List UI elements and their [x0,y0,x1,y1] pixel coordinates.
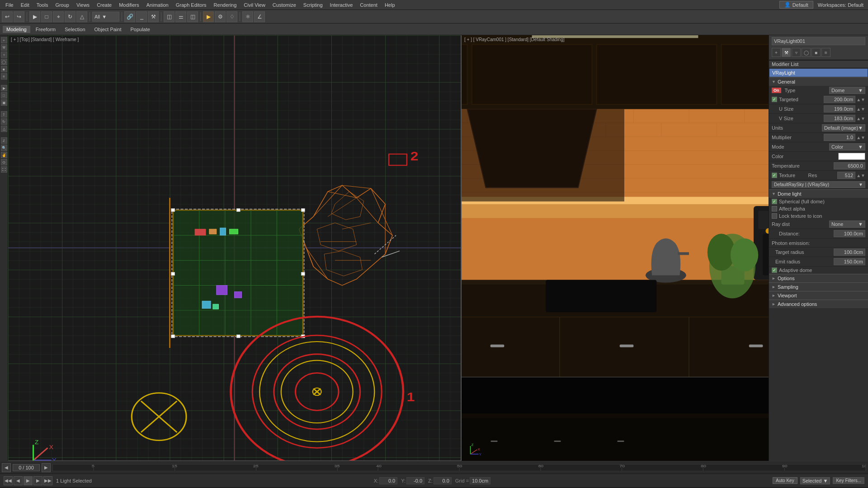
display-tool[interactable]: ■ [1,66,7,72]
unlink-tool[interactable]: ⎯ [136,11,147,22]
sign-in-button[interactable]: 👤 Default [779,1,813,9]
named-selection-dropdown[interactable]: All ▼ [92,12,119,22]
props-tab-create[interactable]: + [772,48,781,57]
timeline-frame-input[interactable]: 0 / 100 [13,464,40,471]
texture-res-value[interactable]: 512 [837,172,855,179]
zoom-extents[interactable]: Z [1,137,7,144]
props-tab-motion[interactable]: ◯ [802,48,811,57]
section-advanced[interactable]: ► Advanced options [769,300,868,308]
sky-texture-dropdown[interactable]: DefaultRaySky | (VRaySky) ▼ [772,181,865,188]
zoom-region[interactable]: 🔍 [1,145,7,151]
z-value[interactable]: 0.0 [434,477,452,484]
section-sampling[interactable]: ► Sampling [769,282,868,291]
select-filter[interactable]: ▶ [1,85,7,91]
align-tool[interactable]: ⚌ [175,11,186,22]
affect-alpha-checkbox[interactable] [772,206,777,211]
x-value[interactable]: 0.0 [379,477,397,484]
menu-civil-view[interactable]: Civil View [240,1,269,9]
selected-dropdown[interactable]: Selected ▼ [800,477,830,484]
tab-selection[interactable]: Selection [61,26,89,33]
section-viewport[interactable]: ► Viewport [769,291,868,300]
u-size-arrows[interactable]: ▲▼ [856,107,865,112]
hierarchy-tool[interactable]: ▿ [1,52,7,58]
undo-button[interactable]: ↩ [2,11,13,22]
array-tool[interactable]: ◫ [187,11,198,22]
rotate-left[interactable]: ↻ [1,118,7,125]
select-region[interactable]: □ [41,11,52,22]
targeted-checkbox[interactable]: ✓ [772,97,777,102]
snap-toggle[interactable]: ⚛ [242,11,253,22]
object-name-input[interactable] [772,37,865,45]
scale-left[interactable]: △ [1,126,7,132]
on-badge[interactable]: On [772,88,781,93]
maximize-view[interactable]: ⛶ [1,166,7,173]
units-dropdown[interactable]: Default (image) ▼ [822,124,865,131]
y-value[interactable]: -0.0 [406,477,425,484]
section-general[interactable]: ▼ General [769,77,868,86]
tab-object-paint[interactable]: Object Paint [91,26,125,33]
targeted-arrows[interactable]: ▲▼ [856,97,865,102]
menu-group[interactable]: Group [52,1,73,9]
tab-modeling[interactable]: Modeling [3,26,30,33]
menu-graph-editors[interactable]: Graph Editors [172,1,210,9]
menu-interactive[interactable]: Interactive [326,1,357,9]
prev-frame-btn[interactable]: ◀ [14,476,23,485]
adaptive-dome-checkbox[interactable]: ✓ [772,267,777,273]
window-select[interactable]: □ [1,92,7,99]
menu-modifiers[interactable]: Modifiers [115,1,143,9]
timeline-track[interactable]: 5 15 25 35 40 50 60 70 80 90 100 [52,464,866,471]
modifier-vraylight[interactable]: VRayLight [769,69,868,77]
lock-texture-checkbox[interactable] [772,213,777,219]
targeted-value[interactable]: 200.0cm [824,96,855,103]
menu-file[interactable]: File [2,1,17,9]
texture-arrows[interactable]: ▲▼ [856,173,865,178]
props-tab-display[interactable]: ■ [811,48,821,57]
play-next-btn[interactable]: ▶▶ [43,476,52,485]
create-tool[interactable]: + [1,37,7,43]
move-left[interactable]: ⇧ [1,111,7,117]
auto-key-btn[interactable]: Auto Key [773,477,797,484]
link-tool[interactable]: 🔗 [124,11,135,22]
multiplier-arrows[interactable]: ▲▼ [856,135,865,140]
timeline-next[interactable]: ▶ [42,463,51,472]
distance-value[interactable]: 100.0cm [834,230,865,237]
render-button[interactable]: ▶ [203,11,214,22]
v-size-arrows[interactable]: ▲▼ [856,116,865,121]
v-size-value[interactable]: 183.0cm [824,115,855,122]
play-prev-btn[interactable]: ◀◀ [4,476,13,485]
modify-tool[interactable]: ⚒ [1,44,7,51]
crossing-select[interactable]: ▣ [1,99,7,106]
utilities-tool[interactable]: ≡ [1,73,7,80]
redo-button[interactable]: ↪ [14,11,24,22]
section-dome-light[interactable]: ▼ Dome light [769,189,868,198]
multiplier-value[interactable]: 1.0 [824,134,855,141]
menu-animation[interactable]: Animation [143,1,172,9]
spherical-checkbox[interactable]: ✓ [772,199,777,204]
menu-scripting[interactable]: Scripting [300,1,326,9]
type-dropdown[interactable]: Dome ▼ [829,87,865,94]
target-radius-value[interactable]: 100.0cm [834,249,865,256]
play-btn[interactable]: ▶ [24,476,33,485]
props-scroll[interactable]: Modifier List VRayLight ▼ General On Typ… [769,60,868,461]
key-filters-btn[interactable]: Key Filters... [833,477,864,484]
angle-snap[interactable]: ∠ [254,11,265,22]
motion-tool[interactable]: ◯ [1,59,7,65]
menu-views[interactable]: Views [73,1,93,9]
mirror-tool[interactable]: ◫ [164,11,175,22]
props-tab-hierarchy[interactable]: ▿ [792,48,801,57]
menu-help[interactable]: Help [381,1,399,9]
section-options[interactable]: ► Options [769,274,868,282]
bind-tool[interactable]: ⚒ [148,11,159,22]
orbit-view[interactable]: O [1,159,7,165]
move-tool[interactable]: ⌖ [53,11,64,22]
menu-create[interactable]: Create [93,1,115,9]
render-setup[interactable]: ⚙ [215,11,226,22]
color-swatch[interactable] [838,153,865,160]
ray-dist-dropdown[interactable]: None ▼ [829,221,865,228]
mode-dropdown[interactable]: Color ▼ [829,143,865,150]
tab-populate[interactable]: Populate [127,26,153,33]
emit-radius-value[interactable]: 150.0cm [834,258,865,265]
props-tab-utilities[interactable]: ≡ [821,48,830,57]
next-frame-btn[interactable]: ▶ [33,476,42,485]
pan-view[interactable]: ✌ [1,152,7,158]
